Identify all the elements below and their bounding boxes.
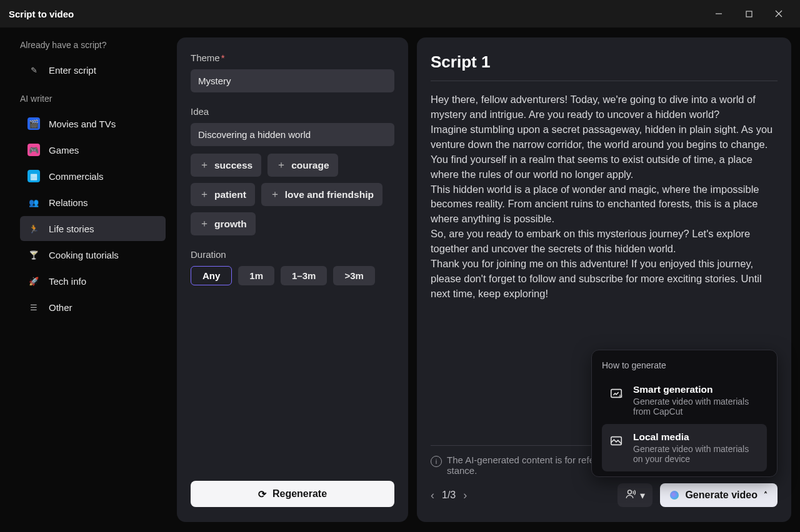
sidebar-item-cooking[interactable]: 🍸 Cooking tutorials — [20, 242, 166, 267]
maximize-button[interactable] — [736, 4, 761, 23]
pager-prev[interactable]: ‹ — [431, 489, 434, 502]
refresh-icon: ⟳ — [258, 488, 266, 500]
sidebar: Already have a script? ✎ Enter script AI… — [9, 37, 168, 522]
titlebar: Script to video — [0, 0, 800, 27]
gamepad-icon: 🎮 — [28, 144, 40, 156]
pager-next[interactable]: › — [463, 489, 467, 502]
sidebar-item-label: Games — [49, 145, 79, 155]
plus-icon: ＋ — [270, 188, 280, 201]
plus-icon: ＋ — [199, 188, 209, 201]
plus-icon: ＋ — [199, 159, 209, 172]
window-controls — [706, 4, 791, 23]
duration-any[interactable]: Any — [191, 266, 232, 285]
chip-success[interactable]: ＋success — [191, 154, 261, 177]
form-panel: Theme* Idea ＋success ＋courage ＋patient ＋… — [177, 37, 408, 522]
regenerate-button[interactable]: ⟳ Regenerate — [191, 481, 394, 507]
chart-icon: ▦ — [28, 170, 40, 182]
voice-select-button[interactable]: ▾ — [618, 483, 652, 507]
pencil-icon: ✎ — [28, 64, 40, 76]
sidebar-item-movies[interactable]: 🎬 Movies and TVs — [20, 111, 166, 136]
sidebar-item-relations[interactable]: 👥 Relations — [20, 190, 166, 215]
svg-point-4 — [628, 490, 632, 494]
sidebar-item-enter-script[interactable]: ✎ Enter script — [20, 57, 166, 82]
sidebar-item-games[interactable]: 🎮 Games — [20, 137, 166, 162]
idea-label: Idea — [191, 106, 394, 117]
theme-input[interactable] — [191, 69, 394, 92]
running-icon: 🏃 — [28, 222, 40, 235]
smart-generation-icon: AI — [608, 385, 624, 401]
info-icon: i — [431, 456, 442, 467]
divider — [431, 81, 778, 81]
script-pager: ‹ 1/3 › — [431, 489, 467, 502]
chip-patient[interactable]: ＋patient — [191, 183, 255, 206]
sidebar-item-label: Tech info — [49, 276, 86, 287]
popover-title: How to generate — [602, 360, 767, 370]
sidebar-item-label: Life stories — [49, 224, 94, 234]
plus-icon: ＋ — [199, 217, 209, 230]
sidebar-heading-ai: AI writer — [20, 94, 166, 104]
duration-gt3m[interactable]: >3m — [333, 266, 374, 285]
popover-option-desc: Generate video with materials on your de… — [633, 444, 761, 464]
duration-1m[interactable]: 1m — [238, 266, 274, 285]
window-title: Script to video — [9, 9, 74, 19]
chevron-up-icon: ˄ — [764, 491, 768, 500]
duration-1-3m[interactable]: 1–3m — [281, 266, 327, 285]
chip-growth[interactable]: ＋growth — [191, 212, 256, 235]
sidebar-heading-script: Already have a script? — [20, 40, 166, 50]
sidebar-item-commercials[interactable]: ▦ Commercials — [20, 164, 166, 189]
lines-icon: ☰ — [28, 301, 40, 313]
sidebar-item-label: Commercials — [49, 171, 104, 182]
pager-display: 1/3 — [442, 490, 456, 501]
popover-option-title: Local media — [633, 431, 761, 443]
theme-label: Theme* — [191, 52, 394, 63]
popover-option-local[interactable]: Local media Generate video with material… — [602, 424, 767, 471]
duration-label: Duration — [191, 249, 394, 260]
sidebar-item-label: Enter script — [49, 65, 96, 76]
popover-option-smart[interactable]: AI Smart generation Generate video with … — [602, 377, 767, 424]
sidebar-item-label: Cooking tutorials — [49, 250, 119, 260]
minimize-button[interactable] — [706, 4, 731, 23]
sidebar-item-label: Relations — [49, 197, 88, 208]
cocktail-icon: 🍸 — [28, 249, 40, 261]
svg-rect-1 — [746, 11, 752, 17]
svg-text:AI: AI — [619, 394, 622, 398]
close-button[interactable] — [766, 4, 791, 23]
popover-option-desc: Generate video with materials from CapCu… — [633, 397, 761, 416]
person-voice-icon — [625, 488, 636, 502]
sidebar-item-life-stories[interactable]: 🏃 Life stories — [20, 216, 166, 241]
sidebar-item-other[interactable]: ☰ Other — [20, 295, 166, 320]
chip-courage[interactable]: ＋courage — [268, 154, 338, 177]
people-icon: 👥 — [28, 196, 40, 209]
generate-popover: How to generate AI Smart generation Gene… — [591, 350, 778, 477]
idea-input[interactable] — [191, 123, 394, 146]
idea-chips: ＋success ＋courage ＋patient ＋love and fri… — [191, 154, 394, 235]
rocket-icon: 🚀 — [28, 275, 40, 287]
sidebar-item-label: Movies and TVs — [49, 119, 116, 129]
plus-icon: ＋ — [276, 159, 286, 172]
script-panel: Script 1 Hey there, fellow adventurers! … — [417, 37, 791, 522]
clapperboard-icon: 🎬 — [28, 117, 40, 130]
script-title: Script 1 — [431, 52, 778, 72]
sidebar-item-label: Other — [49, 302, 72, 313]
chevron-down-icon: ▾ — [640, 490, 645, 501]
local-media-icon — [608, 433, 624, 449]
sidebar-item-tech[interactable]: 🚀 Tech info — [20, 268, 166, 293]
popover-option-title: Smart generation — [633, 384, 761, 395]
chip-love[interactable]: ＋love and friendship — [261, 183, 382, 206]
sparkle-icon — [670, 491, 679, 500]
generate-video-button[interactable]: Generate video ˄ — [660, 483, 778, 507]
